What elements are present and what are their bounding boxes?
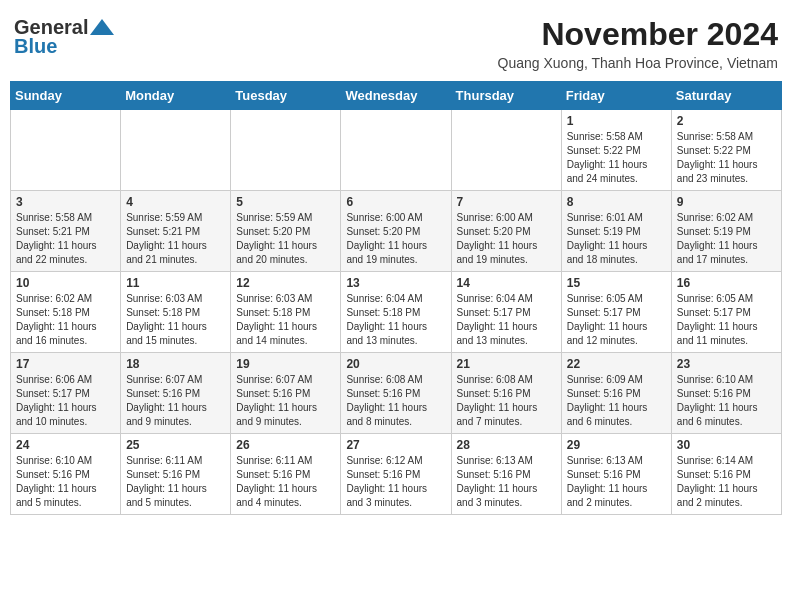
- day-number: 13: [346, 276, 445, 290]
- day-info: Sunrise: 6:01 AM Sunset: 5:19 PM Dayligh…: [567, 211, 666, 267]
- day-info: Sunrise: 6:03 AM Sunset: 5:18 PM Dayligh…: [236, 292, 335, 348]
- title-block: November 2024 Quang Xuong, Thanh Hoa Pro…: [498, 16, 778, 71]
- day-cell: 18Sunrise: 6:07 AM Sunset: 5:16 PM Dayli…: [121, 353, 231, 434]
- svg-marker-0: [90, 19, 114, 35]
- day-info: Sunrise: 6:07 AM Sunset: 5:16 PM Dayligh…: [126, 373, 225, 429]
- day-number: 1: [567, 114, 666, 128]
- day-number: 3: [16, 195, 115, 209]
- day-info: Sunrise: 6:00 AM Sunset: 5:20 PM Dayligh…: [346, 211, 445, 267]
- day-info: Sunrise: 6:09 AM Sunset: 5:16 PM Dayligh…: [567, 373, 666, 429]
- day-number: 27: [346, 438, 445, 452]
- day-cell: 2Sunrise: 5:58 AM Sunset: 5:22 PM Daylig…: [671, 110, 781, 191]
- day-cell: 27Sunrise: 6:12 AM Sunset: 5:16 PM Dayli…: [341, 434, 451, 515]
- weekday-header-thursday: Thursday: [451, 82, 561, 110]
- day-info: Sunrise: 6:02 AM Sunset: 5:18 PM Dayligh…: [16, 292, 115, 348]
- day-number: 7: [457, 195, 556, 209]
- month-title: November 2024: [498, 16, 778, 53]
- day-number: 24: [16, 438, 115, 452]
- day-number: 17: [16, 357, 115, 371]
- day-cell: 20Sunrise: 6:08 AM Sunset: 5:16 PM Dayli…: [341, 353, 451, 434]
- day-number: 19: [236, 357, 335, 371]
- day-number: 12: [236, 276, 335, 290]
- day-number: 30: [677, 438, 776, 452]
- day-cell: 12Sunrise: 6:03 AM Sunset: 5:18 PM Dayli…: [231, 272, 341, 353]
- logo-icon: [88, 17, 116, 39]
- day-info: Sunrise: 6:12 AM Sunset: 5:16 PM Dayligh…: [346, 454, 445, 510]
- week-row-0: 1Sunrise: 5:58 AM Sunset: 5:22 PM Daylig…: [11, 110, 782, 191]
- day-cell: 8Sunrise: 6:01 AM Sunset: 5:19 PM Daylig…: [561, 191, 671, 272]
- day-info: Sunrise: 6:11 AM Sunset: 5:16 PM Dayligh…: [236, 454, 335, 510]
- day-info: Sunrise: 5:58 AM Sunset: 5:21 PM Dayligh…: [16, 211, 115, 267]
- day-number: 22: [567, 357, 666, 371]
- day-info: Sunrise: 6:05 AM Sunset: 5:17 PM Dayligh…: [677, 292, 776, 348]
- day-cell: 30Sunrise: 6:14 AM Sunset: 5:16 PM Dayli…: [671, 434, 781, 515]
- day-cell: 13Sunrise: 6:04 AM Sunset: 5:18 PM Dayli…: [341, 272, 451, 353]
- day-info: Sunrise: 6:08 AM Sunset: 5:16 PM Dayligh…: [346, 373, 445, 429]
- day-number: 8: [567, 195, 666, 209]
- day-cell: 17Sunrise: 6:06 AM Sunset: 5:17 PM Dayli…: [11, 353, 121, 434]
- day-number: 14: [457, 276, 556, 290]
- day-info: Sunrise: 5:59 AM Sunset: 5:21 PM Dayligh…: [126, 211, 225, 267]
- day-info: Sunrise: 6:14 AM Sunset: 5:16 PM Dayligh…: [677, 454, 776, 510]
- week-row-3: 17Sunrise: 6:06 AM Sunset: 5:17 PM Dayli…: [11, 353, 782, 434]
- day-number: 28: [457, 438, 556, 452]
- day-number: 11: [126, 276, 225, 290]
- day-info: Sunrise: 6:08 AM Sunset: 5:16 PM Dayligh…: [457, 373, 556, 429]
- day-cell: 10Sunrise: 6:02 AM Sunset: 5:18 PM Dayli…: [11, 272, 121, 353]
- day-number: 25: [126, 438, 225, 452]
- day-cell: 5Sunrise: 5:59 AM Sunset: 5:20 PM Daylig…: [231, 191, 341, 272]
- day-info: Sunrise: 6:06 AM Sunset: 5:17 PM Dayligh…: [16, 373, 115, 429]
- day-cell: 7Sunrise: 6:00 AM Sunset: 5:20 PM Daylig…: [451, 191, 561, 272]
- weekday-header-row: SundayMondayTuesdayWednesdayThursdayFrid…: [11, 82, 782, 110]
- day-cell: 15Sunrise: 6:05 AM Sunset: 5:17 PM Dayli…: [561, 272, 671, 353]
- day-cell: 26Sunrise: 6:11 AM Sunset: 5:16 PM Dayli…: [231, 434, 341, 515]
- day-cell: 24Sunrise: 6:10 AM Sunset: 5:16 PM Dayli…: [11, 434, 121, 515]
- day-info: Sunrise: 6:05 AM Sunset: 5:17 PM Dayligh…: [567, 292, 666, 348]
- day-cell: 29Sunrise: 6:13 AM Sunset: 5:16 PM Dayli…: [561, 434, 671, 515]
- day-number: 5: [236, 195, 335, 209]
- day-number: 10: [16, 276, 115, 290]
- day-info: Sunrise: 6:00 AM Sunset: 5:20 PM Dayligh…: [457, 211, 556, 267]
- day-info: Sunrise: 5:58 AM Sunset: 5:22 PM Dayligh…: [567, 130, 666, 186]
- day-info: Sunrise: 6:13 AM Sunset: 5:16 PM Dayligh…: [567, 454, 666, 510]
- day-cell: 14Sunrise: 6:04 AM Sunset: 5:17 PM Dayli…: [451, 272, 561, 353]
- day-info: Sunrise: 6:04 AM Sunset: 5:17 PM Dayligh…: [457, 292, 556, 348]
- day-cell: 22Sunrise: 6:09 AM Sunset: 5:16 PM Dayli…: [561, 353, 671, 434]
- day-cell: 1Sunrise: 5:58 AM Sunset: 5:22 PM Daylig…: [561, 110, 671, 191]
- weekday-header-wednesday: Wednesday: [341, 82, 451, 110]
- day-cell: 9Sunrise: 6:02 AM Sunset: 5:19 PM Daylig…: [671, 191, 781, 272]
- day-cell: 21Sunrise: 6:08 AM Sunset: 5:16 PM Dayli…: [451, 353, 561, 434]
- day-cell: 4Sunrise: 5:59 AM Sunset: 5:21 PM Daylig…: [121, 191, 231, 272]
- calendar-table: SundayMondayTuesdayWednesdayThursdayFrid…: [10, 81, 782, 515]
- weekday-header-friday: Friday: [561, 82, 671, 110]
- day-number: 18: [126, 357, 225, 371]
- day-info: Sunrise: 6:02 AM Sunset: 5:19 PM Dayligh…: [677, 211, 776, 267]
- day-cell: [341, 110, 451, 191]
- day-cell: 19Sunrise: 6:07 AM Sunset: 5:16 PM Dayli…: [231, 353, 341, 434]
- weekday-header-monday: Monday: [121, 82, 231, 110]
- day-info: Sunrise: 6:10 AM Sunset: 5:16 PM Dayligh…: [16, 454, 115, 510]
- page-header: General Blue November 2024 Quang Xuong, …: [10, 10, 782, 77]
- day-cell: [451, 110, 561, 191]
- day-number: 26: [236, 438, 335, 452]
- day-number: 9: [677, 195, 776, 209]
- day-cell: [231, 110, 341, 191]
- day-cell: 28Sunrise: 6:13 AM Sunset: 5:16 PM Dayli…: [451, 434, 561, 515]
- day-info: Sunrise: 6:03 AM Sunset: 5:18 PM Dayligh…: [126, 292, 225, 348]
- day-number: 29: [567, 438, 666, 452]
- day-number: 6: [346, 195, 445, 209]
- weekday-header-saturday: Saturday: [671, 82, 781, 110]
- day-cell: 16Sunrise: 6:05 AM Sunset: 5:17 PM Dayli…: [671, 272, 781, 353]
- day-info: Sunrise: 5:58 AM Sunset: 5:22 PM Dayligh…: [677, 130, 776, 186]
- day-info: Sunrise: 6:04 AM Sunset: 5:18 PM Dayligh…: [346, 292, 445, 348]
- day-info: Sunrise: 6:13 AM Sunset: 5:16 PM Dayligh…: [457, 454, 556, 510]
- day-info: Sunrise: 6:11 AM Sunset: 5:16 PM Dayligh…: [126, 454, 225, 510]
- day-cell: 6Sunrise: 6:00 AM Sunset: 5:20 PM Daylig…: [341, 191, 451, 272]
- week-row-4: 24Sunrise: 6:10 AM Sunset: 5:16 PM Dayli…: [11, 434, 782, 515]
- weekday-header-tuesday: Tuesday: [231, 82, 341, 110]
- logo: General Blue: [14, 16, 116, 58]
- day-number: 16: [677, 276, 776, 290]
- week-row-2: 10Sunrise: 6:02 AM Sunset: 5:18 PM Dayli…: [11, 272, 782, 353]
- day-info: Sunrise: 5:59 AM Sunset: 5:20 PM Dayligh…: [236, 211, 335, 267]
- day-info: Sunrise: 6:07 AM Sunset: 5:16 PM Dayligh…: [236, 373, 335, 429]
